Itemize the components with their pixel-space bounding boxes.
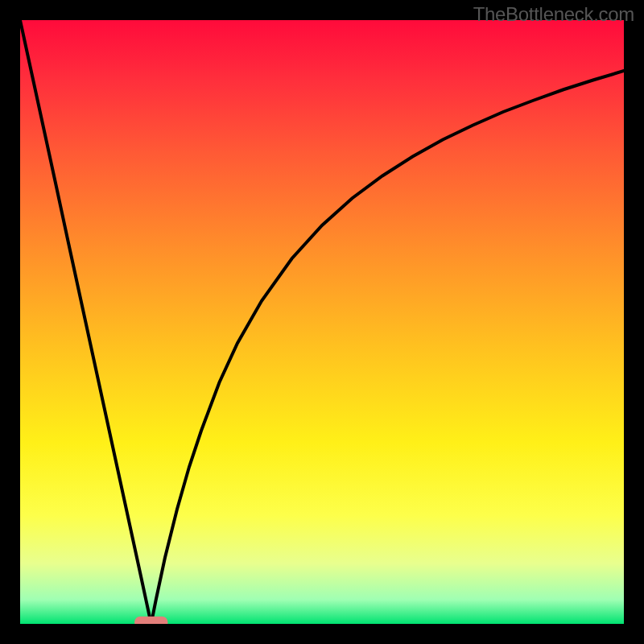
minimum-marker — [134, 617, 167, 624]
watermark-text: TheBottleneck.com — [473, 3, 634, 26]
bottleneck-chart — [20, 20, 624, 624]
chart-background — [20, 20, 624, 624]
chart-frame: TheBottleneck.com — [0, 0, 644, 644]
